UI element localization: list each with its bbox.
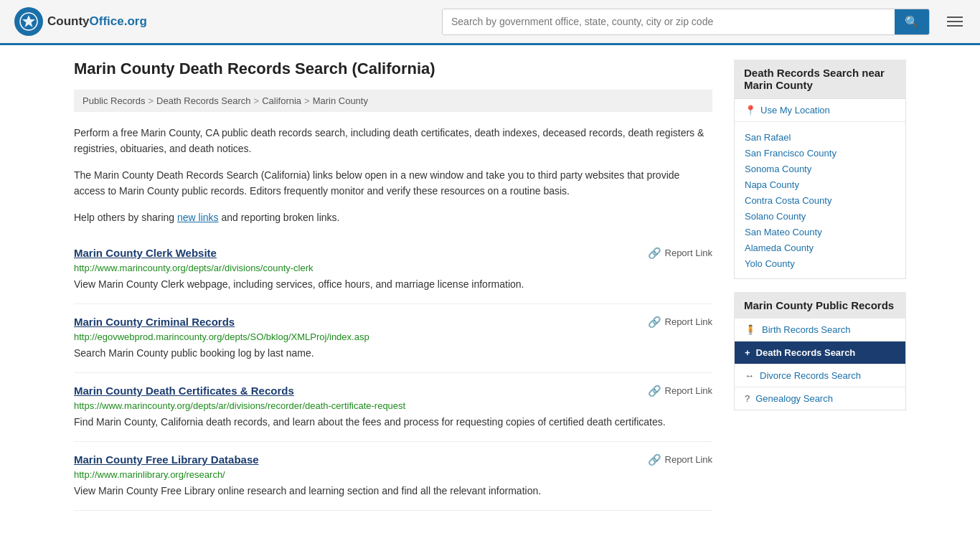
- logo-office: Office: [90, 14, 124, 28]
- near-location-item: Alameda County: [735, 240, 905, 255]
- result-header-1: Marin County Criminal Records 🔗 Report L…: [74, 316, 712, 329]
- result-desc-0: View Marin County Clerk webpage, includi…: [74, 277, 712, 292]
- report-link-button-2[interactable]: 🔗 Report Link: [648, 385, 712, 397]
- logo-icon: [14, 7, 43, 36]
- near-location-link-4[interactable]: Contra Costa County: [745, 195, 831, 206]
- near-location-item: Sonoma County: [735, 161, 905, 176]
- public-records-label-2: Divorce Records Search: [760, 370, 861, 381]
- description-3: Help others by sharing new links and rep…: [74, 209, 712, 225]
- report-icon-3: 🔗: [648, 453, 661, 466]
- public-records-icon-0: 🧍: [745, 324, 756, 335]
- public-records-heading: Marin County Public Records: [734, 292, 906, 319]
- result-header-0: Marin County Clerk Website 🔗 Report Link: [74, 247, 712, 260]
- near-location-link-5[interactable]: Solano County: [745, 211, 806, 222]
- public-records-icon-1: +: [745, 347, 750, 358]
- public-records-item: ? Genealogy Search: [735, 387, 905, 410]
- result-url-1[interactable]: http://egovwebprod.marincounty.org/depts…: [74, 331, 712, 342]
- report-link-label-0: Report Link: [665, 248, 712, 258]
- result-item: Marin County Free Library Database 🔗 Rep…: [74, 442, 712, 511]
- report-link-label-3: Report Link: [665, 454, 712, 465]
- public-records-section: Marin County Public Records 🧍 Birth Reco…: [734, 292, 906, 410]
- content-area: Marin County Death Records Search (Calif…: [74, 60, 712, 511]
- near-heading: Death Records Search near Marin County: [734, 60, 906, 98]
- search-button[interactable]: 🔍: [895, 9, 929, 34]
- public-records-item: + Death Records Search: [735, 342, 905, 364]
- use-location-label: Use My Location: [760, 105, 830, 116]
- new-links-link[interactable]: new links: [177, 212, 219, 223]
- near-location-link-2[interactable]: Sonoma County: [745, 164, 811, 174]
- result-url-0[interactable]: http://www.marincounty.org/depts/ar/divi…: [74, 263, 712, 273]
- public-records-label-1: Death Records Search: [756, 347, 856, 358]
- result-item: Marin County Criminal Records 🔗 Report L…: [74, 304, 712, 373]
- near-section-box: 📍 Use My Location San RafaelSan Francisc…: [734, 98, 906, 279]
- near-location-item: Yolo County: [735, 255, 905, 271]
- results-list: Marin County Clerk Website 🔗 Report Link…: [74, 235, 712, 511]
- page-title: Marin County Death Records Search (Calif…: [74, 60, 712, 78]
- hamburger-menu-button[interactable]: [944, 14, 966, 29]
- public-records-list: 🧍 Birth Records Search + Death Records S…: [734, 319, 906, 410]
- main-container: Marin County Death Records Search (Calif…: [60, 45, 920, 540]
- public-records-link-2[interactable]: ↔ Divorce Records Search: [735, 364, 905, 387]
- breadcrumb-sep-1: >: [148, 95, 154, 106]
- result-desc-3: View Marin County Free Library online re…: [74, 484, 712, 499]
- report-link-label-2: Report Link: [665, 385, 712, 396]
- near-location-link-7[interactable]: Alameda County: [745, 242, 814, 253]
- breadcrumb-public-records[interactable]: Public Records: [83, 95, 145, 106]
- near-location-item: San Francisco County: [735, 145, 905, 161]
- result-url-2[interactable]: https://www.marincounty.org/depts/ar/div…: [74, 400, 712, 411]
- result-title-0[interactable]: Marin County Clerk Website: [74, 247, 217, 259]
- logo-link[interactable]: CountyOffice.org: [14, 7, 147, 36]
- public-records-label-3: Genealogy Search: [755, 393, 833, 404]
- near-location-link-1[interactable]: San Francisco County: [745, 148, 837, 159]
- breadcrumb-sep-3: >: [304, 95, 310, 106]
- near-location-link-8[interactable]: Yolo County: [745, 258, 795, 269]
- logo-tld: .org: [124, 14, 147, 28]
- use-my-location[interactable]: 📍 Use My Location: [735, 99, 905, 122]
- desc3-post: and reporting broken links.: [219, 212, 340, 223]
- near-location-link-6[interactable]: San Mateo County: [745, 227, 822, 237]
- result-title-2[interactable]: Marin County Death Certificates & Record…: [74, 385, 294, 397]
- report-icon-0: 🔗: [648, 247, 661, 260]
- result-desc-1: Search Marin County public booking log b…: [74, 346, 712, 361]
- breadcrumb-california[interactable]: California: [262, 95, 301, 106]
- result-title-1[interactable]: Marin County Criminal Records: [74, 316, 235, 328]
- result-url-3[interactable]: http://www.marinlibrary.org/research/: [74, 469, 712, 480]
- breadcrumb: Public Records > Death Records Search > …: [74, 90, 712, 112]
- near-location-item: Solano County: [735, 208, 905, 224]
- description-2: The Marin County Death Records Search (C…: [74, 167, 712, 199]
- breadcrumb-death-records[interactable]: Death Records Search: [156, 95, 251, 106]
- report-link-label-1: Report Link: [665, 316, 712, 327]
- public-records-link-1[interactable]: + Death Records Search: [735, 342, 905, 364]
- menu-bar-3: [947, 25, 963, 27]
- menu-bar-1: [947, 17, 963, 18]
- search-bar: 🔍: [442, 9, 930, 35]
- near-location-link-0[interactable]: San Rafael: [745, 132, 791, 143]
- result-header-3: Marin County Free Library Database 🔗 Rep…: [74, 453, 712, 466]
- near-location-item: San Mateo County: [735, 224, 905, 240]
- report-icon-1: 🔗: [648, 316, 661, 329]
- public-records-link-3[interactable]: ? Genealogy Search: [735, 387, 905, 410]
- breadcrumb-marin[interactable]: Marin County: [313, 95, 368, 106]
- search-icon: 🔍: [905, 16, 919, 28]
- report-link-button-3[interactable]: 🔗 Report Link: [648, 453, 712, 466]
- near-location-item: Contra Costa County: [735, 192, 905, 208]
- logo-text: CountyOffice.org: [47, 14, 147, 29]
- public-records-item: 🧍 Birth Records Search: [735, 319, 905, 342]
- public-records-link-0[interactable]: 🧍 Birth Records Search: [735, 319, 905, 341]
- search-input[interactable]: [443, 9, 895, 34]
- result-item: Marin County Death Certificates & Record…: [74, 373, 712, 442]
- public-records-icon-2: ↔: [745, 370, 754, 381]
- report-link-button-0[interactable]: 🔗 Report Link: [648, 247, 712, 260]
- description-1: Perform a free Marin County, CA public d…: [74, 125, 712, 157]
- public-records-icon-3: ?: [745, 393, 750, 404]
- desc3-pre: Help others by sharing: [74, 212, 177, 223]
- public-records-label-0: Birth Records Search: [762, 324, 851, 335]
- breadcrumb-sep-2: >: [254, 95, 260, 106]
- public-records-item: ↔ Divorce Records Search: [735, 364, 905, 387]
- result-header-2: Marin County Death Certificates & Record…: [74, 385, 712, 397]
- report-link-button-1[interactable]: 🔗 Report Link: [648, 316, 712, 329]
- result-title-3[interactable]: Marin County Free Library Database: [74, 453, 259, 466]
- near-location-link-3[interactable]: Napa County: [745, 179, 799, 190]
- location-icon: 📍: [745, 105, 756, 116]
- near-section: Death Records Search near Marin County 📍…: [734, 60, 906, 279]
